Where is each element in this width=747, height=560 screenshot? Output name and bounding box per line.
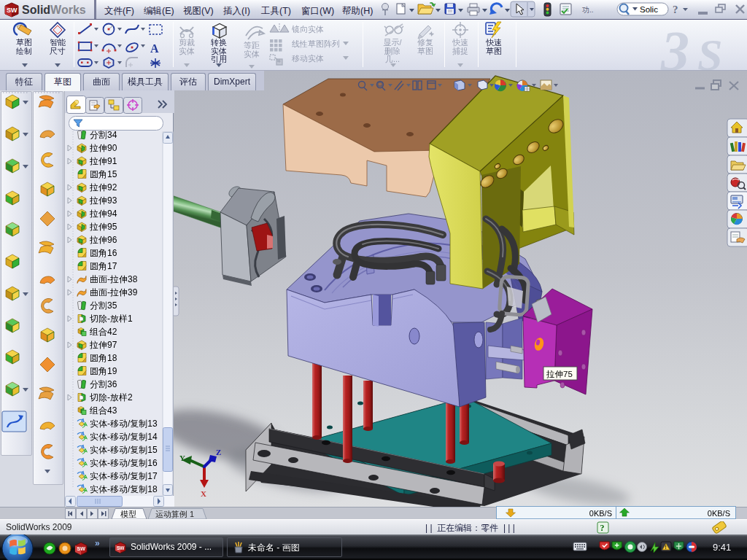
svg-text:SW: SW [77,546,86,551]
svg-text:圆角18: 圆角18 [90,353,117,363]
svg-text:拉伸91: 拉伸91 [89,156,117,166]
svg-text:曲面-拉伸38: 曲面-拉伸38 [90,274,138,284]
svg-text:拉伸93: 拉伸93 [89,195,117,206]
svg-text:分割35: 分割35 [90,300,117,311]
svg-text:圆角15: 圆角15 [90,169,117,179]
svg-text:分割34: 分割34 [90,130,117,140]
svg-text:圆角19: 圆角19 [90,366,117,376]
svg-text:拉伸90: 拉伸90 [89,143,117,153]
svg-text:切除-放样1: 切除-放样1 [89,314,133,324]
svg-text:拉伸75: 拉伸75 [546,370,573,378]
svg-text:组合43: 组合43 [89,405,117,416]
svg-text:功..: 功.. [582,6,594,14]
svg-text:拉伸97: 拉伸97 [89,340,117,350]
svg-text:实体-移动/复制18: 实体-移动/复制18 [90,484,158,494]
svg-text:拉伸95: 拉伸95 [89,222,117,232]
svg-text:SolidWorks: SolidWorks [22,4,86,16]
svg-text:模型: 模型 [120,510,136,518]
svg-text:圆角16: 圆角16 [90,248,117,258]
svg-text:A: A [150,42,159,55]
svg-text:SW: SW [117,545,125,551]
svg-text:实体-移动/复制16: 实体-移动/复制16 [90,458,158,468]
svg-text:切除-放样2: 切除-放样2 [89,392,133,402]
svg-text:实体-移动/复制17: 实体-移动/复制17 [90,471,158,481]
svg-text:Solic: Solic [640,5,658,14]
svg-text:分割36: 分割36 [90,379,117,389]
svg-text:0KB/S: 0KB/S [708,509,730,518]
svg-text:»: » [95,538,100,548]
svg-text:圆角17: 圆角17 [90,261,117,271]
svg-text:曲面-拉伸39: 曲面-拉伸39 [90,287,138,298]
svg-text:实体-移动/复制15: 实体-移动/复制15 [90,445,158,455]
svg-text:拉伸96: 拉伸96 [89,235,117,245]
svg-text:X: X [201,489,206,498]
svg-text:?: ? [673,4,678,15]
svg-text:拉伸92: 拉伸92 [89,182,117,192]
svg-text:3: 3 [660,20,689,71]
svg-text:0KB/S: 0KB/S [589,509,612,518]
svg-text:实体-移动/复制14: 实体-移动/复制14 [90,432,158,442]
svg-text:组合42: 组合42 [89,327,117,337]
svg-text:Z: Z [216,448,221,456]
svg-text:实体-移动/复制13: 实体-移动/复制13 [90,419,158,429]
svg-text:S: S [697,30,722,71]
svg-text:?: ? [600,523,605,533]
svg-text:Y: Y [179,454,185,462]
svg-text:SW: SW [7,7,18,14]
svg-text:运动算例 1: 运动算例 1 [155,510,194,518]
svg-text:拉伸94: 拉伸94 [89,209,117,219]
svg-text:!: ! [665,545,667,550]
